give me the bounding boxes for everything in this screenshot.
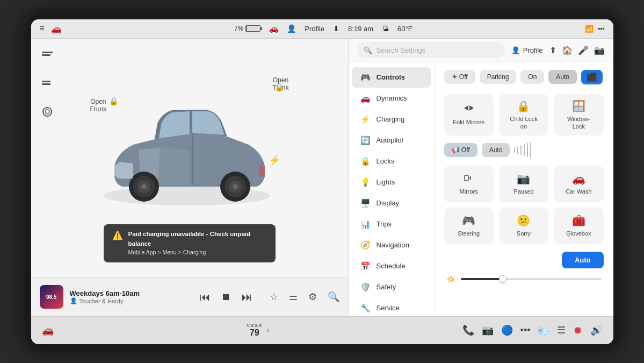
dynamics-icon: 🚗 (360, 94, 371, 103)
taskbar-more-icon[interactable]: ••• (520, 325, 531, 336)
sidebar-item-schedule[interactable]: 📅 Schedule (352, 256, 431, 276)
lights-auto-button[interactable]: Auto (548, 70, 577, 84)
horn-off-button[interactable]: 📢 Off (444, 143, 477, 157)
battery-bar (245, 25, 261, 32)
glovebox-tile[interactable]: 🧰 Glovebox (554, 208, 603, 244)
sidebar-item-safety[interactable]: 🛡️ Safety (352, 277, 431, 297)
fold-mirrors-icon (463, 103, 475, 116)
lights-display-button[interactable]: ⬛ (581, 70, 603, 84)
profile-icon: 👤 (287, 24, 296, 33)
lights-icon: 💡 (360, 177, 371, 187)
window-lock-tile[interactable]: 🪟 Window-Lock (554, 94, 603, 136)
top-controls-grid: Fold Mirrors 🔒 Child Lockon 🪟 Window-Loc… (444, 94, 604, 136)
mic-icon[interactable]: 🎤 (578, 45, 589, 55)
home-icon[interactable]: 🏠 (562, 45, 573, 55)
brightness-thumb[interactable] (499, 275, 506, 283)
search-bar[interactable]: 🔍 Search Settings (357, 42, 505, 58)
brightness-slider[interactable] (461, 278, 602, 280)
lights-on-button[interactable]: On (520, 70, 544, 84)
horn-off-icon: 📢 (452, 146, 460, 154)
sidebar-item-display[interactable]: 🖥️ Display (352, 193, 431, 213)
settings-icon[interactable]: ⚙ (308, 291, 317, 303)
stop-button[interactable]: ⏹ (221, 291, 231, 303)
car-status-icon: 🚗 (51, 24, 62, 34)
taskbar-chevron-icon[interactable]: › (266, 326, 269, 334)
bottom-icons: ☆ ⚌ ⚙ 🔍 (270, 291, 339, 303)
charging-label: Charging (377, 115, 405, 123)
taskbar-record-icon[interactable]: ⏺ (573, 325, 583, 336)
sun-icon: ☀ (452, 73, 458, 81)
sidebar-item-dynamics[interactable]: 🚗 Dynamics (352, 88, 431, 109)
bottom-controls-grid: Mirrors 📷 Paused 🚗 Car Wash (444, 166, 604, 244)
open-frunk-label[interactable]: OpenFrunk (90, 98, 107, 113)
lights-parking-button[interactable]: Parking (480, 70, 517, 84)
taskbar-center: Manual 79 › (247, 323, 269, 338)
paused-icon: 📷 (517, 172, 530, 185)
locks-label: Locks (377, 157, 395, 165)
equalizer-icon[interactable]: ⚌ (289, 291, 298, 303)
menu-icon: ≡ (40, 24, 45, 33)
car-wash-icon: 🚗 (572, 172, 585, 185)
wifi-icon: 📶 (585, 25, 594, 33)
taskbar-right: 📞 📷 🔵 ••• 💨 ☰ ⏺ 🔊 (462, 324, 603, 336)
car-wash-tile[interactable]: 🚗 Car Wash (554, 166, 603, 202)
sidebar-item-lights[interactable]: 💡 Lights (352, 172, 431, 193)
taskbar-menu-icon[interactable]: ☰ (557, 324, 566, 336)
sidebar-item-navigation[interactable]: 🧭 Navigation (352, 235, 431, 255)
divider-4 (524, 144, 525, 156)
search-magnifier-icon: 🔍 (364, 46, 372, 54)
prev-button[interactable]: ⏮ (200, 291, 211, 303)
taskbar-phone-icon[interactable]: 📞 (462, 324, 474, 336)
taskbar-temp-block[interactable]: Manual 79 (247, 323, 263, 338)
sorry-tile[interactable]: 😕 Sorry (499, 208, 548, 244)
search-icon[interactable]: 🔍 (328, 291, 339, 303)
paused-tile[interactable]: 📷 Paused (499, 166, 548, 202)
status-bar: ≡ 🚗 7% 🚗 👤 Profile ⬇ 8:19 am 🌤 60°F (31, 19, 613, 39)
taskbar-fan-icon[interactable]: 💨 (538, 324, 549, 336)
upload-icon[interactable]: ⬆ (549, 45, 556, 55)
horn-row: 📢 Off Auto (444, 142, 604, 158)
screen: ≡ 🚗 7% 🚗 👤 Profile ⬇ 8:19 am 🌤 60°F (31, 19, 613, 344)
service-label: Service (377, 304, 400, 312)
auto-button[interactable]: Auto (562, 252, 604, 268)
service-icon: 🔧 (360, 303, 371, 313)
sidebar-item-locks[interactable]: 🔒 Locks (352, 151, 431, 172)
child-lock-tile[interactable]: 🔒 Child Lockon (499, 94, 548, 136)
mirrors-label: Mirrors (460, 188, 478, 195)
sidebar-item-service[interactable]: 🔧 Service (352, 298, 431, 316)
battery-indicator: 7% (234, 25, 261, 32)
taskbar-temp-label: Manual (247, 323, 263, 328)
status-right: 📶 ▪▪▪ (585, 25, 605, 33)
sidebar-item-charging[interactable]: ⚡ Charging (352, 109, 431, 130)
camera-icon[interactable]: 📷 (594, 45, 605, 55)
right-panel: 🔍 Search Settings 👤 Profile ⬆ 🏠 🎤 📷 (349, 39, 613, 316)
divider-1 (514, 147, 515, 153)
next-button[interactable]: ⏭ (242, 291, 252, 303)
taskbar-camera2-icon[interactable]: 📷 (482, 324, 494, 336)
sidebar-item-autopilot[interactable]: 🔄 Autopilot (352, 130, 431, 151)
horn-auto-button[interactable]: Auto (482, 143, 510, 157)
charging-icon: ⚡ (360, 115, 371, 124)
lights-off-button[interactable]: ☀ Off (444, 70, 475, 84)
taskbar-car-icon[interactable]: 🚗 (42, 324, 54, 336)
steering-tile[interactable]: 🎮 Steering (444, 208, 494, 244)
steering-label: Steering (458, 230, 480, 237)
star-icon[interactable]: ☆ (270, 291, 278, 303)
header-profile-btn[interactable]: 👤 Profile (511, 46, 543, 54)
media-controls: ⏮ ⏹ ⏭ (200, 291, 252, 303)
radio-show: 👤 Toucher & Hardy (70, 297, 193, 304)
taskbar-bluetooth-icon[interactable]: 🔵 (501, 324, 513, 336)
sidebar-item-controls[interactable]: 🎮 Controls (352, 67, 431, 88)
radio-schedule: Weekdays 6am-10am (70, 289, 193, 297)
glovebox-icon: 🧰 (572, 214, 585, 227)
profile-label[interactable]: Profile (305, 25, 324, 33)
main-content: OpenFrunk 🔒 OpenTrunk 🔒 (31, 39, 613, 316)
controls-icon: 🎮 (360, 73, 371, 82)
taskbar-volume-icon[interactable]: 🔊 (590, 324, 602, 336)
brightness-row: 🔅 (444, 275, 604, 283)
fold-mirrors-tile[interactable]: Fold Mirrors (444, 94, 494, 136)
sidebar-item-trips[interactable]: 📊 Trips (352, 214, 431, 234)
mirrors-tile[interactable]: Mirrors (444, 166, 494, 202)
car-image: ⚡ (85, 94, 289, 223)
warning-icon: ⚠️ (112, 230, 123, 240)
